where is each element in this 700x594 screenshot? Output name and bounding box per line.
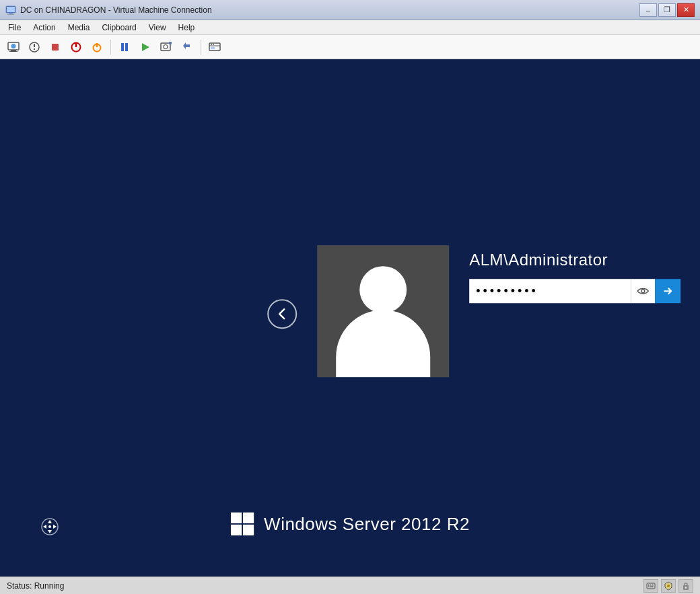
status-icons bbox=[643, 579, 693, 593]
window-controls: – ❐ ✕ bbox=[639, 3, 695, 17]
svg-rect-34 bbox=[231, 513, 242, 523]
svg-rect-40 bbox=[650, 585, 652, 586]
app-icon bbox=[5, 5, 16, 15]
toolbar-resume-button[interactable] bbox=[136, 38, 155, 56]
pause-icon bbox=[118, 40, 131, 54]
svg-marker-31 bbox=[53, 525, 57, 529]
title-bar: DC on CHINADRAGON - Virtual Machine Conn… bbox=[0, 0, 700, 20]
svg-rect-37 bbox=[243, 525, 254, 535]
menu-media[interactable]: Media bbox=[63, 22, 96, 34]
minimize-button[interactable]: – bbox=[639, 3, 657, 17]
toolbar-shutdown-button[interactable] bbox=[67, 38, 85, 56]
svg-rect-17 bbox=[125, 43, 128, 51]
svg-rect-19 bbox=[161, 43, 170, 51]
login-container: ALM\Administrator bbox=[267, 245, 680, 377]
svg-marker-30 bbox=[43, 525, 46, 529]
svg-point-21 bbox=[164, 44, 168, 48]
user-avatar bbox=[317, 245, 449, 377]
toolbar-revert-button[interactable] bbox=[178, 38, 197, 56]
resume-icon bbox=[139, 40, 152, 54]
svg-rect-42 bbox=[648, 586, 650, 587]
revert-icon bbox=[180, 40, 194, 54]
menu-help[interactable]: Help bbox=[173, 22, 201, 34]
menu-file[interactable]: File bbox=[3, 22, 26, 34]
move-cursor-icon bbox=[40, 517, 59, 540]
ctrl-alt-del-icon bbox=[28, 40, 41, 54]
svg-marker-28 bbox=[48, 520, 52, 523]
svg-point-24 bbox=[211, 44, 212, 45]
reveal-password-button[interactable] bbox=[631, 279, 655, 303]
toolbar-settings-button[interactable] bbox=[205, 38, 224, 56]
toolbar-monitor-button[interactable] bbox=[4, 38, 23, 56]
svg-rect-36 bbox=[231, 525, 242, 535]
toolbar-ctrl-alt-del-button[interactable] bbox=[25, 38, 44, 56]
status-bar: Status: Running bbox=[0, 576, 700, 594]
svg-rect-5 bbox=[11, 50, 16, 51]
svg-point-45 bbox=[667, 585, 670, 587]
shutdown-icon bbox=[69, 40, 83, 54]
restore-button[interactable]: ❐ bbox=[658, 3, 676, 17]
stop-icon bbox=[48, 40, 62, 54]
svg-point-25 bbox=[213, 44, 214, 45]
svg-rect-11 bbox=[52, 44, 59, 51]
svg-rect-35 bbox=[243, 513, 254, 523]
window-title: DC on CHINADRAGON - Virtual Machine Conn… bbox=[20, 5, 212, 15]
submit-button[interactable] bbox=[655, 279, 680, 303]
status-text: Status: Running bbox=[7, 581, 64, 591]
svg-rect-39 bbox=[648, 585, 650, 586]
svg-rect-20 bbox=[169, 42, 172, 44]
svg-rect-6 bbox=[9, 51, 18, 52]
avatar-body bbox=[336, 310, 430, 377]
toolbar-snapshot-button[interactable] bbox=[157, 38, 176, 56]
settings-icon bbox=[208, 40, 221, 54]
svg-marker-29 bbox=[48, 530, 52, 533]
svg-rect-3 bbox=[7, 7, 15, 12]
svg-marker-18 bbox=[142, 43, 149, 51]
menu-bar: File Action Media Clipboard View Help bbox=[0, 20, 700, 35]
svg-rect-2 bbox=[7, 14, 14, 15]
svg-rect-38 bbox=[647, 583, 655, 589]
avatar-figure bbox=[336, 266, 430, 377]
power-icon bbox=[90, 40, 104, 54]
lock-icon bbox=[678, 579, 693, 593]
username-label: ALM\Administrator bbox=[469, 251, 680, 269]
title-bar-left: DC on CHINADRAGON - Virtual Machine Conn… bbox=[5, 5, 212, 15]
toolbar-stop-button[interactable] bbox=[46, 38, 65, 56]
close-button[interactable]: ✕ bbox=[677, 3, 695, 17]
svg-rect-41 bbox=[652, 585, 654, 586]
svg-rect-44 bbox=[652, 586, 654, 587]
avatar-head bbox=[359, 266, 407, 313]
login-fields: ALM\Administrator bbox=[469, 251, 680, 303]
svg-point-47 bbox=[685, 587, 687, 589]
toolbar-pause-button[interactable] bbox=[115, 38, 134, 56]
monitor-icon bbox=[7, 40, 20, 54]
password-input[interactable] bbox=[469, 279, 631, 303]
toolbar-separator-1 bbox=[110, 40, 111, 55]
menu-clipboard[interactable]: Clipboard bbox=[96, 22, 141, 34]
svg-point-7 bbox=[11, 44, 16, 48]
windows-logo-icon bbox=[230, 512, 254, 536]
toolbar bbox=[0, 35, 700, 59]
back-button[interactable] bbox=[267, 299, 297, 329]
windows-name-label: Windows Server 2012 R2 bbox=[264, 514, 470, 535]
svg-rect-16 bbox=[121, 43, 124, 51]
snapshot-icon bbox=[160, 40, 173, 54]
toolbar-separator-2 bbox=[201, 40, 201, 55]
svg-rect-1 bbox=[9, 13, 13, 14]
menu-view[interactable]: View bbox=[143, 22, 172, 34]
security-icon bbox=[661, 579, 676, 593]
toolbar-power-button[interactable] bbox=[88, 38, 106, 56]
svg-point-32 bbox=[48, 525, 51, 528]
svg-rect-26 bbox=[211, 47, 215, 49]
svg-rect-43 bbox=[650, 586, 652, 587]
vm-screen[interactable]: ALM\Administrator bbox=[0, 59, 700, 576]
svg-point-10 bbox=[34, 48, 35, 49]
menu-action[interactable]: Action bbox=[28, 22, 61, 34]
password-row bbox=[469, 279, 680, 303]
keyboard-icon bbox=[643, 579, 658, 593]
svg-point-33 bbox=[641, 290, 645, 293]
windows-branding: Windows Server 2012 R2 bbox=[230, 512, 470, 536]
